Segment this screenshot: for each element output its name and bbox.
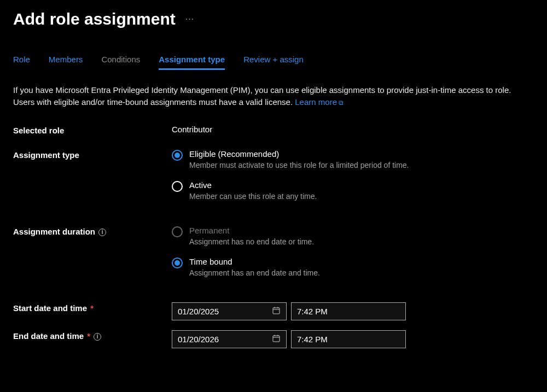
radio-time-bound[interactable]: [172, 258, 183, 268]
tab-conditions[interactable]: Conditions: [101, 55, 140, 70]
tab-assignment-type[interactable]: Assignment type: [159, 55, 225, 70]
more-actions-button[interactable]: ···: [185, 14, 194, 24]
radio-eligible[interactable]: [172, 150, 183, 161]
selected-role-label: Selected role: [13, 125, 172, 135]
description-text: If you have Microsoft Entra Privileged I…: [13, 84, 534, 108]
assignment-duration-label: Assignment duration: [13, 227, 95, 236]
start-time-input[interactable]: 7:42 PM: [291, 302, 406, 320]
radio-active-desc: Member can use this role at any time.: [189, 192, 317, 201]
page-title: Add role assignment: [13, 10, 176, 28]
svg-rect-0: [273, 308, 280, 314]
selected-role-value: Contributor: [172, 125, 534, 135]
radio-active-label: Active: [189, 180, 317, 190]
assignment-type-label: Assignment type: [13, 149, 172, 212]
radio-eligible-desc: Member must activate to use this role fo…: [189, 161, 409, 169]
calendar-icon: [272, 306, 281, 317]
end-time-input[interactable]: 7:42 PM: [291, 330, 406, 348]
start-time-value: 7:42 PM: [297, 307, 328, 316]
radio-permanent: [172, 226, 183, 237]
radio-eligible-label: Eligible (Recommended): [189, 149, 409, 159]
info-icon[interactable]: i: [98, 229, 106, 236]
required-indicator: *: [90, 303, 94, 313]
start-date-value: 01/20/2025: [178, 307, 219, 316]
radio-active[interactable]: [172, 181, 183, 192]
svg-rect-4: [273, 336, 280, 342]
start-date-input[interactable]: 01/20/2025: [172, 302, 287, 320]
radio-permanent-label: Permanent: [189, 226, 314, 235]
end-time-value: 7:42 PM: [297, 335, 328, 344]
end-date-input[interactable]: 01/20/2026: [172, 330, 287, 348]
radio-time-bound-label: Time bound: [189, 257, 320, 266]
info-icon[interactable]: i: [94, 333, 101, 341]
external-link-icon: ⧉: [339, 99, 344, 107]
end-date-value: 01/20/2026: [178, 335, 219, 344]
tabs: Role Members Conditions Assignment type …: [13, 55, 534, 70]
tab-role[interactable]: Role: [13, 55, 30, 70]
start-date-label: Start date and time: [13, 303, 87, 313]
description-body: If you have Microsoft Entra Privileged I…: [13, 85, 511, 107]
radio-time-bound-desc: Assignment has an end date and time.: [189, 268, 320, 277]
tab-members[interactable]: Members: [49, 55, 83, 70]
tab-review-assign[interactable]: Review + assign: [243, 55, 304, 70]
calendar-icon: [272, 334, 281, 344]
learn-more-label: Learn more: [295, 97, 337, 107]
end-date-label: End date and time: [13, 331, 84, 341]
radio-permanent-desc: Assignment has no end date or time.: [189, 237, 314, 246]
learn-more-link[interactable]: Learn more⧉: [295, 97, 344, 107]
required-indicator: *: [87, 331, 90, 341]
